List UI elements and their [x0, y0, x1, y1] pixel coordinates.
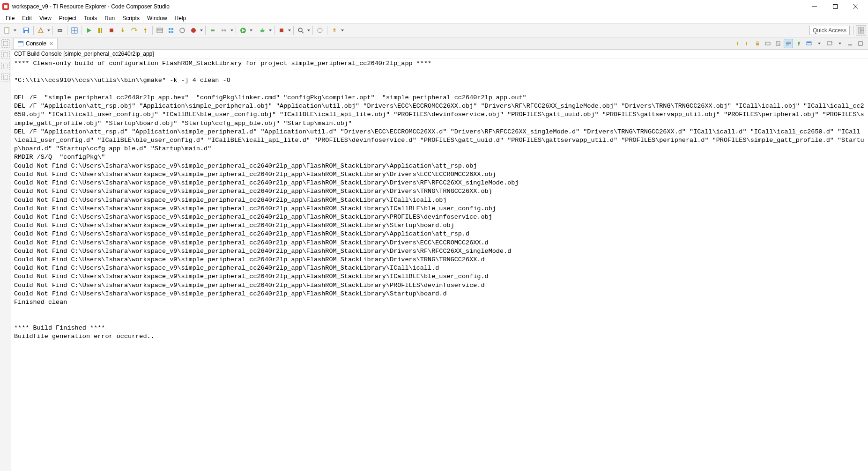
reset-button[interactable] — [177, 25, 187, 36]
step-return-button[interactable] — [140, 25, 150, 36]
stop-button[interactable] — [106, 25, 117, 36]
restore-view-4-icon[interactable] — [1, 73, 10, 81]
target-dropdown[interactable] — [230, 25, 234, 36]
pause-button[interactable] — [95, 25, 105, 36]
menu-edit[interactable]: Edit — [18, 14, 36, 22]
open-perspective-button[interactable] — [856, 25, 866, 36]
menu-view[interactable]: View — [36, 14, 55, 22]
clear-console-button[interactable] — [773, 39, 783, 48]
restore-view-3-icon[interactable] — [1, 62, 10, 70]
display-console-dropdown[interactable] — [815, 39, 824, 48]
debug-dropdown[interactable] — [268, 25, 272, 36]
show-on-change-button[interactable] — [763, 39, 772, 48]
build-dropdown[interactable] — [47, 25, 51, 36]
run-dropdown[interactable] — [249, 25, 253, 36]
menu-run[interactable]: Run — [101, 14, 119, 22]
svg-rect-57 — [861, 28, 864, 30]
restore-view-1-icon[interactable] — [1, 39, 10, 48]
save-button[interactable] — [21, 25, 31, 36]
svg-rect-74 — [798, 42, 800, 44]
word-wrap-button[interactable] — [784, 39, 793, 48]
quick-access-input[interactable]: Quick Access — [809, 26, 850, 35]
pin-button[interactable] — [329, 25, 340, 36]
step-into-button[interactable] — [118, 25, 128, 36]
terminate-dropdown[interactable] — [200, 25, 203, 36]
pin-dropdown[interactable] — [341, 25, 344, 36]
open-task-button[interactable] — [315, 25, 325, 36]
close-button[interactable] — [846, 0, 866, 13]
console-output[interactable]: **** Clean-only build of configuration F… — [11, 59, 868, 471]
svg-rect-68 — [765, 42, 770, 45]
connect-button[interactable] — [208, 25, 218, 36]
console-tabstrip: Console ✕ — [11, 37, 868, 50]
pin-console-button[interactable] — [794, 39, 803, 48]
svg-rect-49 — [280, 29, 283, 32]
menu-file[interactable]: File — [2, 14, 18, 22]
app-icon — [2, 3, 9, 10]
grid-button[interactable] — [69, 25, 80, 36]
registers-button[interactable] — [155, 25, 165, 36]
tab-close-icon[interactable]: ✕ — [49, 41, 53, 47]
svg-rect-15 — [59, 30, 61, 31]
search-dropdown[interactable] — [307, 25, 311, 36]
svg-rect-56 — [858, 28, 861, 33]
svg-marker-53 — [307, 29, 310, 31]
maximize-view-button[interactable] — [856, 39, 865, 48]
lock-scroll-button[interactable] — [753, 39, 762, 48]
svg-rect-29 — [169, 28, 171, 30]
display-console-button[interactable] — [804, 39, 814, 48]
run-button[interactable] — [238, 25, 248, 36]
menu-scripts[interactable]: Scripts — [119, 14, 143, 22]
svg-marker-36 — [200, 29, 203, 31]
minimize-button[interactable] — [804, 0, 825, 13]
resume-button[interactable] — [84, 25, 94, 36]
menubar: File Edit View Project Tools Run Scripts… — [0, 13, 868, 23]
minimize-view-button[interactable] — [846, 39, 855, 48]
prev-console-button[interactable] — [732, 39, 742, 48]
menu-project[interactable]: Project — [55, 14, 80, 22]
svg-rect-59 — [3, 41, 8, 46]
svg-rect-62 — [3, 75, 8, 80]
svg-rect-21 — [101, 28, 102, 33]
svg-rect-7 — [7, 28, 9, 29]
svg-marker-55 — [341, 29, 344, 31]
open-console-dropdown[interactable] — [835, 39, 845, 48]
svg-rect-58 — [861, 30, 864, 33]
svg-marker-23 — [121, 30, 124, 32]
search-button[interactable] — [296, 25, 306, 36]
svg-marker-19 — [87, 28, 91, 33]
svg-marker-40 — [230, 29, 233, 31]
ext-tools-dropdown[interactable] — [288, 25, 291, 36]
svg-rect-1 — [4, 5, 7, 8]
svg-rect-64 — [18, 41, 23, 43]
svg-point-54 — [318, 28, 322, 33]
new-dropdown[interactable] — [13, 25, 17, 36]
svg-rect-83 — [859, 42, 862, 45]
open-console-button[interactable] — [825, 39, 834, 48]
restore-view-2-icon[interactable] — [1, 51, 10, 59]
build-button[interactable] — [36, 25, 46, 36]
svg-marker-50 — [288, 29, 291, 31]
ext-tools-button[interactable] — [276, 25, 287, 36]
next-console-button[interactable] — [742, 39, 752, 48]
terminate-button[interactable] — [188, 25, 199, 36]
window-title: workspace_v9 - TI Resource Explorer - Co… — [12, 3, 170, 10]
menu-help[interactable]: Help — [171, 14, 190, 22]
step-over-button[interactable] — [129, 25, 139, 36]
svg-marker-12 — [38, 28, 43, 33]
svg-marker-8 — [14, 29, 16, 31]
maximize-button[interactable] — [825, 0, 846, 13]
flash-button[interactable] — [55, 25, 65, 36]
svg-rect-11 — [25, 31, 28, 33]
tab-console[interactable]: Console ✕ — [13, 38, 58, 49]
svg-rect-22 — [110, 29, 113, 32]
debug-button[interactable] — [257, 25, 267, 36]
menu-tools[interactable]: Tools — [80, 14, 101, 22]
disconnect-button[interactable] — [219, 25, 229, 36]
svg-marker-43 — [250, 29, 252, 31]
main-toolbar: Quick Access — [0, 23, 868, 37]
expressions-button[interactable] — [166, 25, 176, 36]
new-button[interactable] — [2, 25, 12, 36]
svg-rect-39 — [224, 29, 226, 31]
menu-window[interactable]: Window — [143, 14, 171, 22]
